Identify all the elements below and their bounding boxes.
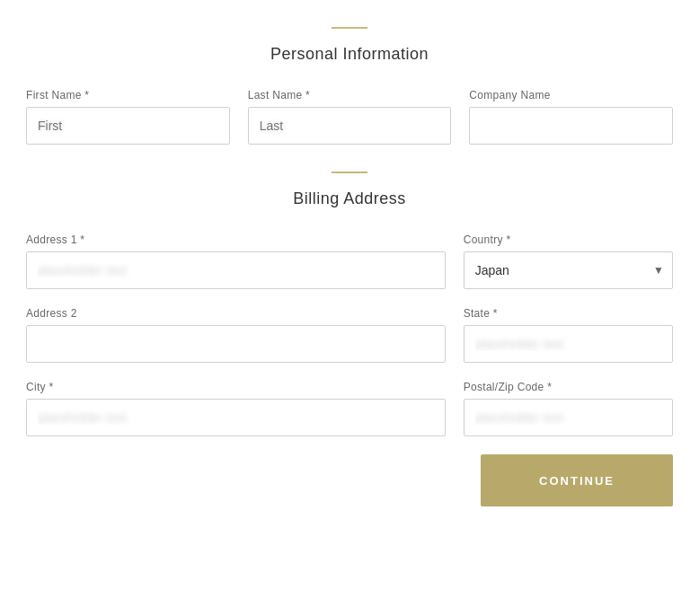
country-select-wrapper: Japan United States United Kingdom Austr… <box>464 251 673 289</box>
country-select[interactable]: Japan United States United Kingdom Austr… <box>464 251 673 289</box>
company-name-group: Company Name <box>469 89 673 145</box>
state-input[interactable] <box>464 325 673 363</box>
address1-input[interactable] <box>26 251 446 289</box>
address1-group: Address 1 * <box>26 233 446 289</box>
billing-section-title: Billing Address <box>26 189 673 208</box>
address1-label: Address 1 * <box>26 233 446 246</box>
postal-zip-group: Postal/Zip Code * <box>464 381 673 436</box>
city-label: City * <box>26 381 446 393</box>
city-group: City * <box>26 381 446 436</box>
city-input[interactable] <box>26 399 446 436</box>
country-group: Country * Japan United States United Kin… <box>464 233 673 289</box>
billing-section-divider <box>332 172 367 173</box>
last-name-label: Last Name * <box>248 89 452 101</box>
personal-information-section: Personal Information First Name * Last N… <box>26 27 673 145</box>
last-name-input[interactable] <box>248 107 452 145</box>
city-postal-row: City * Postal/Zip Code * <box>26 381 673 436</box>
address2-group: Address 2 <box>26 307 446 363</box>
address1-country-row: Address 1 * Country * Japan United State… <box>26 233 673 289</box>
address2-input[interactable] <box>26 325 446 363</box>
billing-address-section: Billing Address Address 1 * Country * Ja… <box>26 172 673 506</box>
postal-zip-label: Postal/Zip Code * <box>464 381 673 393</box>
address2-state-row: Address 2 State * <box>26 307 673 363</box>
company-name-input[interactable] <box>469 107 673 145</box>
personal-section-title: Personal Information <box>26 45 673 64</box>
last-name-group: Last Name * <box>248 89 452 145</box>
continue-button[interactable]: CONTINUE <box>481 454 673 506</box>
personal-section-divider <box>332 27 367 29</box>
address2-label: Address 2 <box>26 307 446 320</box>
first-name-input[interactable] <box>26 107 230 145</box>
postal-zip-input[interactable] <box>464 399 673 436</box>
page-container: Personal Information First Name * Last N… <box>26 18 673 598</box>
first-name-group: First Name * <box>26 89 230 145</box>
country-label: Country * <box>464 233 673 246</box>
company-name-label: Company Name <box>469 89 673 101</box>
state-group: State * <box>464 307 673 363</box>
first-name-label: First Name * <box>26 89 230 101</box>
button-row: CONTINUE <box>26 454 673 506</box>
personal-name-row: First Name * Last Name * Company Name <box>26 89 673 145</box>
state-label: State * <box>464 307 673 320</box>
